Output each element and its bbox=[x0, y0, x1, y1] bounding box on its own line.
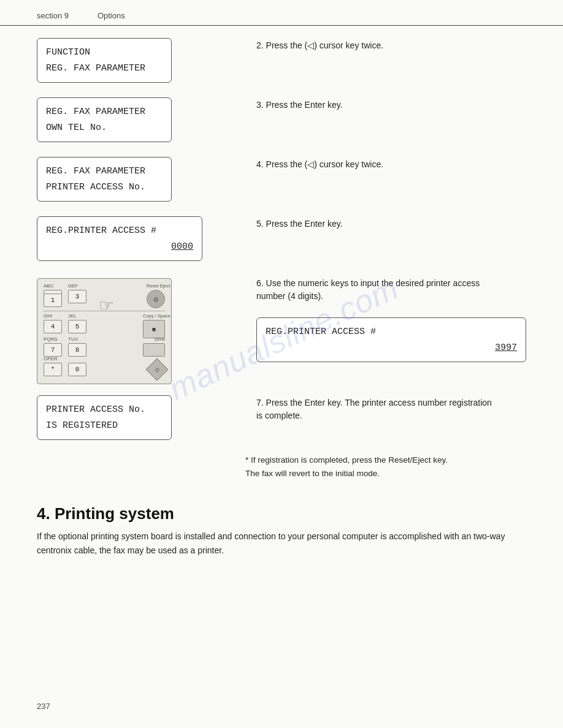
step-5-row: REG.PRINTER ACCESS # 0000 5. Press the E… bbox=[37, 215, 526, 261]
step-5-lcd: REG.PRINTER ACCESS # 0000 bbox=[37, 216, 202, 261]
section-4-area: 4. Printing system If the optional print… bbox=[37, 504, 526, 557]
keypad-diagram: ABC 2 DEF 3 Reset Eject bbox=[37, 278, 172, 384]
key-label-send: Send bbox=[154, 336, 165, 342]
key-send bbox=[143, 343, 165, 357]
key-label-oper: OPER bbox=[44, 356, 58, 362]
step-5-lcd-line1: REG.PRINTER ACCESS # bbox=[46, 223, 193, 239]
note-line2: The fax will revert to the initial mode. bbox=[245, 467, 526, 480]
step-7-text-line2: is complete. bbox=[256, 409, 526, 422]
page-number: 237 bbox=[37, 702, 50, 711]
key-diamond: ◇ bbox=[146, 358, 169, 381]
step-4-instruction: 4. Press the (◁) cursor key twice. bbox=[245, 156, 526, 171]
finger-pointer-icon: ☞ bbox=[99, 295, 114, 316]
step-3-instruction: 3. Press the Enter key. bbox=[245, 96, 526, 112]
key-0: 0 bbox=[68, 363, 86, 376]
key-copy-space: ▣ bbox=[143, 320, 165, 338]
step-2-lcd-area: FUNCTION REG. FAX PARAMETER bbox=[37, 37, 245, 83]
step-7-lcd: PRINTER ACCESS No. IS REGISTERED bbox=[37, 395, 172, 440]
key-3: 3 bbox=[68, 290, 86, 303]
key-star: * bbox=[44, 363, 62, 376]
step-7-row: PRINTER ACCESS No. IS REGISTERED 7. Pres… bbox=[37, 394, 526, 440]
section-title: Options bbox=[98, 11, 125, 20]
key-5: 5 bbox=[68, 320, 86, 333]
page-header: section 9 Options bbox=[0, 0, 563, 26]
step-3-row: REG. FAX PARAMETER OWN TEL No. 3. Press … bbox=[37, 96, 526, 142]
step-3-lcd-line1: REG. FAX PARAMETER bbox=[46, 104, 163, 120]
step-6-instruction: 6. Use the numeric keys to input the des… bbox=[245, 275, 526, 362]
step-4-lcd: REG. FAX PARAMETER PRINTER ACCESS No. bbox=[37, 157, 172, 202]
step-5-text: 5. Press the Enter key. bbox=[256, 219, 343, 229]
step-2-lcd: FUNCTION REG. FAX PARAMETER bbox=[37, 38, 172, 83]
step-7-lcd-line1: PRINTER ACCESS No. bbox=[46, 402, 163, 418]
key-4: 4 bbox=[44, 320, 62, 333]
diamond-icon: ◇ bbox=[155, 366, 159, 373]
key-label-abc: ABC bbox=[44, 283, 53, 289]
step-4-lcd-line1: REG. FAX PARAMETER bbox=[46, 164, 163, 180]
step-3-lcd: REG. FAX PARAMETER OWN TEL No. bbox=[37, 97, 172, 142]
step-2-text: 2. Press the (◁) cursor key twice. bbox=[256, 40, 383, 50]
note-line1: * If registration is completed, press th… bbox=[245, 453, 526, 467]
step-2-row: FUNCTION REG. FAX PARAMETER 2. Press the… bbox=[37, 37, 526, 83]
step-4-lcd-line2: PRINTER ACCESS No. bbox=[46, 180, 163, 195]
key-label-copy-space: Copy / Space bbox=[143, 313, 170, 319]
step-3-lcd-line2: OWN TEL No. bbox=[46, 120, 163, 136]
key-label-pqrs: PQRS bbox=[44, 336, 58, 342]
step-6-example-line1: REG.PRINTER ACCESS # bbox=[266, 324, 517, 340]
step-5-lcd-line2: 0000 bbox=[46, 239, 193, 255]
step-2-lcd-line1: FUNCTION bbox=[46, 45, 163, 61]
step-3-text: 3. Press the Enter key. bbox=[256, 100, 343, 110]
section-4-body: If the optional printing system board is… bbox=[37, 529, 515, 557]
page: section 9 Options manualsline.com FUNCTI… bbox=[0, 0, 563, 728]
key-8: 8 bbox=[68, 343, 86, 357]
step-6-lcd-example: REG.PRINTER ACCESS # 3997 bbox=[256, 317, 526, 362]
step-7-instruction: 7. Press the Enter key. The printer acce… bbox=[245, 394, 526, 422]
step-3-lcd-area: REG. FAX PARAMETER OWN TEL No. bbox=[37, 96, 245, 142]
step-4-text: 4. Press the (◁) cursor key twice. bbox=[256, 159, 383, 169]
section-label: section 9 bbox=[37, 11, 69, 20]
main-content: manualsline.com FUNCTION REG. FAX PARAME… bbox=[0, 26, 563, 575]
key-label-tuv: TUV bbox=[68, 336, 78, 342]
step-6-text-line1: 6. Use the numeric keys to input the des… bbox=[256, 277, 526, 290]
step-7-lcd-line2: IS REGISTERED bbox=[46, 418, 163, 434]
header-divider bbox=[80, 11, 86, 20]
step-5-lcd-area: REG.PRINTER ACCESS # 0000 bbox=[37, 215, 245, 261]
step-6-keypad-area: ABC 2 DEF 3 Reset Eject bbox=[37, 275, 245, 384]
key-1: 1 bbox=[44, 294, 62, 307]
key-label-reset-eject: Reset Eject bbox=[147, 283, 170, 289]
key-7: 7 bbox=[44, 343, 62, 357]
step-5-instruction: 5. Press the Enter key. bbox=[245, 215, 526, 230]
section-4-heading: 4. Printing system bbox=[37, 504, 526, 523]
key-label-jkl: JKL bbox=[68, 313, 77, 319]
step-2-instruction: 2. Press the (◁) cursor key twice. bbox=[245, 37, 526, 52]
step-7-text-line1: 7. Press the Enter key. The printer acce… bbox=[256, 396, 526, 409]
step-6-row: ABC 2 DEF 3 Reset Eject bbox=[37, 275, 526, 384]
note-area: * If registration is completed, press th… bbox=[245, 453, 526, 480]
step-7-lcd-area: PRINTER ACCESS No. IS REGISTERED bbox=[37, 394, 245, 440]
key-label-def: DEF bbox=[68, 283, 78, 289]
step-4-lcd-area: REG. FAX PARAMETER PRINTER ACCESS No. bbox=[37, 156, 245, 202]
step-6-text-line2: number (4 digits). bbox=[256, 290, 526, 303]
key-reset-eject: ⊙ bbox=[147, 290, 165, 308]
step-4-row: REG. FAX PARAMETER PRINTER ACCESS No. 4.… bbox=[37, 156, 526, 202]
step-6-example-line2: 3997 bbox=[266, 340, 517, 356]
step-2-lcd-line2: REG. FAX PARAMETER bbox=[46, 61, 163, 77]
key-label-ghi: GHI bbox=[44, 313, 52, 319]
